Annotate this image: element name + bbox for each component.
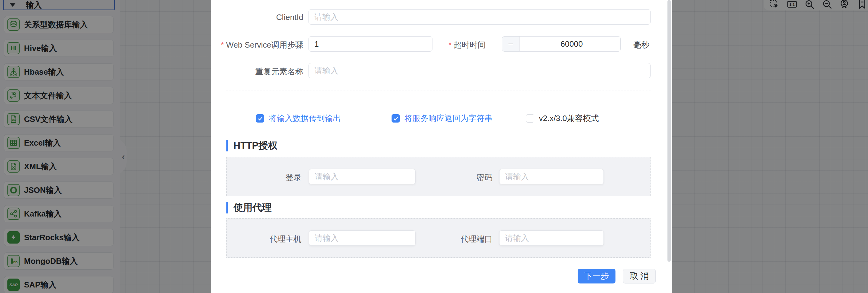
timeout-stepper: − + (502, 36, 621, 51)
section-title-use-proxy: 使用代理 (226, 202, 272, 214)
proxy-port-input[interactable] (499, 230, 604, 246)
checkbox-unchecked-icon[interactable] (526, 114, 534, 122)
checkbox-checked-icon[interactable] (392, 114, 400, 122)
cancel-button[interactable]: 取 消 (623, 269, 656, 284)
timeout-input[interactable] (520, 37, 621, 51)
required-mark: * (448, 40, 452, 49)
dashed-divider (226, 90, 651, 91)
proxy-port-label: 代理端口 (461, 234, 492, 245)
checkbox-v2x-compat-mode[interactable]: v2.x/3.0兼容模式 (526, 113, 599, 124)
password-input[interactable] (499, 169, 604, 184)
proxy-panel: 代理主机 代理端口 (226, 218, 651, 258)
ws-steps-label: *Web Service调用步骤 (221, 40, 303, 50)
proxy-host-label: 代理主机 (270, 234, 302, 245)
clientid-input[interactable] (309, 9, 651, 25)
next-step-button[interactable]: 下一步 (578, 269, 616, 284)
repeat-element-label: 重复元素名称 (255, 66, 303, 77)
section-title-http-auth: HTTP授权 (226, 140, 277, 151)
timeout-unit-label: 毫秒 (633, 40, 649, 50)
login-label: 登录 (285, 172, 302, 183)
webservice-config-modal: ClientId *Web Service调用步骤 *超时时间 − + 毫秒 重… (211, 0, 672, 293)
checkbox-return-response-as-string[interactable]: 将服务响应返回为字符串 (392, 113, 492, 124)
ws-steps-input[interactable] (309, 36, 432, 51)
checkbox-pass-input-to-output[interactable]: 将输入数据传到输出 (256, 113, 341, 124)
app-root: 输入 关系型数据库输入 Hi Hive输入 (0, 0, 868, 293)
login-input[interactable] (309, 169, 415, 184)
clientid-label: ClientId (276, 12, 303, 22)
decrement-button[interactable]: − (502, 37, 520, 51)
checkbox-checked-icon[interactable] (256, 114, 264, 122)
password-label: 密码 (476, 172, 492, 183)
proxy-host-input[interactable] (309, 230, 415, 246)
http-auth-panel: 登录 密码 (226, 157, 651, 196)
modal-scrollbar-thumb[interactable] (668, 0, 671, 262)
repeat-element-input[interactable] (309, 63, 651, 78)
required-mark: * (221, 40, 224, 49)
timeout-label: *超时时间 (448, 40, 486, 50)
